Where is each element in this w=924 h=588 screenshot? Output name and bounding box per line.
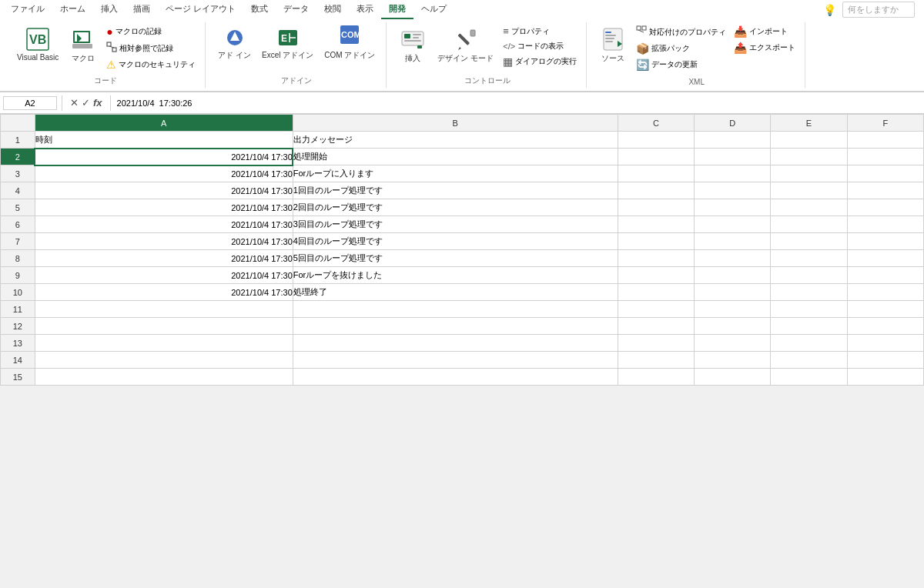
cell-e13[interactable] [771,335,847,352]
row-header-11[interactable]: 11 [1,301,35,318]
cell-reference-input[interactable] [3,96,57,110]
cell-a15[interactable] [35,369,293,386]
row-header-4[interactable]: 4 [1,182,35,199]
cell-d8[interactable] [695,250,771,267]
cell-e10[interactable] [771,284,847,301]
cell-c10[interactable] [618,284,694,301]
cell-d2[interactable] [695,149,771,165]
formula-input[interactable] [116,97,921,109]
row-header-13[interactable]: 13 [1,335,35,352]
tab-insert[interactable]: 挿入 [93,0,126,19]
cell-d15[interactable] [695,369,771,386]
cell-e9[interactable] [771,267,847,284]
addin-button[interactable]: アド イン [213,24,256,64]
cell-e3[interactable] [771,165,847,182]
tab-file[interactable]: ファイル [3,0,52,19]
cell-f4[interactable] [847,182,923,199]
tab-review[interactable]: 校閲 [316,0,349,19]
com-addin-button[interactable]: COM COM アドイン [320,24,380,64]
cell-f5[interactable] [847,199,923,216]
cancel-icon[interactable]: ✕ [70,97,79,109]
cell-a4[interactable]: 2021/10/4 17:30 [35,182,293,199]
col-header-c[interactable]: C [618,115,694,132]
cell-b2[interactable]: 処理開始 [293,149,618,165]
map-properties-button[interactable]: 対応付けのプロパティ [633,24,729,40]
cell-c1[interactable] [618,132,694,149]
record-macro-button[interactable]: ● マクロの記録 [103,24,199,39]
cell-a13[interactable] [35,335,293,352]
cell-e1[interactable] [771,132,847,149]
col-header-a[interactable]: A [35,115,293,132]
row-header-2[interactable]: 2 [1,149,35,165]
row-header-6[interactable]: 6 [1,216,35,233]
col-header-d[interactable]: D [695,115,771,132]
design-mode-button[interactable]: デザイン モード [433,24,498,67]
col-header-b[interactable]: B [293,115,618,132]
cell-c8[interactable] [618,250,694,267]
cell-d13[interactable] [695,335,771,352]
excel-addin-button[interactable]: E Excel アドイン [257,24,318,64]
cell-d5[interactable] [695,199,771,216]
cell-c5[interactable] [618,199,694,216]
row-header-3[interactable]: 3 [1,165,35,182]
cell-a9[interactable]: 2021/10/4 17:30 [35,267,293,284]
tab-data[interactable]: データ [276,0,316,19]
cell-b8[interactable]: 5回目のループ処理です [293,250,618,267]
macro-button[interactable]: マクロ [65,24,102,67]
cell-d14[interactable] [695,352,771,369]
relative-ref-button[interactable]: 相対参照で記録 [103,40,199,56]
cell-f12[interactable] [847,318,923,335]
cell-e8[interactable] [771,250,847,267]
tab-home[interactable]: ホーム [52,0,93,19]
cell-f10[interactable] [847,284,923,301]
cell-e11[interactable] [771,301,847,318]
cell-b12[interactable] [293,318,618,335]
properties-button[interactable]: ≡ プロパティ [500,24,580,38]
cell-f13[interactable] [847,335,923,352]
tab-draw[interactable]: 描画 [126,0,158,19]
cell-a3[interactable]: 2021/10/4 17:30 [35,165,293,182]
cell-c11[interactable] [618,301,694,318]
cell-a5[interactable]: 2021/10/4 17:30 [35,199,293,216]
col-header-e[interactable]: E [771,115,847,132]
row-header-8[interactable]: 8 [1,250,35,267]
row-header-1[interactable]: 1 [1,132,35,149]
cell-c9[interactable] [618,267,694,284]
cell-a1[interactable]: 時刻 [35,132,293,149]
cell-f8[interactable] [847,250,923,267]
cell-c15[interactable] [618,369,694,386]
cell-d1[interactable] [695,132,771,149]
cell-b4[interactable]: 1回目のループ処理です [293,182,618,199]
run-dialog-button[interactable]: ▦ ダイアログの実行 [500,54,580,69]
cell-d6[interactable] [695,216,771,233]
cell-d4[interactable] [695,182,771,199]
cell-b13[interactable] [293,335,618,352]
cell-c14[interactable] [618,352,694,369]
cell-d9[interactable] [695,267,771,284]
row-header-7[interactable]: 7 [1,233,35,250]
cell-b5[interactable]: 2回目のループ処理です [293,199,618,216]
macro-security-button[interactable]: ⚠ マクロのセキュリティ [103,57,199,72]
row-header-9[interactable]: 9 [1,267,35,284]
view-code-button[interactable]: </> コードの表示 [500,39,580,53]
cell-b7[interactable]: 4回目のループ処理です [293,233,618,250]
cell-f9[interactable] [847,267,923,284]
insert-control-button[interactable]: 挿入 [394,24,431,67]
cell-c6[interactable] [618,216,694,233]
cell-b15[interactable] [293,369,618,386]
cell-d10[interactable] [695,284,771,301]
cell-a10[interactable]: 2021/10/4 17:30 [35,284,293,301]
cell-e6[interactable] [771,216,847,233]
search-box[interactable]: 何をしますか [842,2,915,18]
cell-e5[interactable] [771,199,847,216]
cell-c3[interactable] [618,165,694,182]
confirm-icon[interactable]: ✓ [82,97,90,109]
cell-a6[interactable]: 2021/10/4 17:30 [35,216,293,233]
cell-b9[interactable]: Forループを抜けました [293,267,618,284]
cell-a2[interactable]: 2021/10/4 17:30 [35,149,293,165]
cell-a12[interactable] [35,318,293,335]
refresh-data-button[interactable]: 🔄 データの更新 [633,57,729,72]
row-header-12[interactable]: 12 [1,318,35,335]
col-header-f[interactable]: F [847,115,923,132]
cell-e4[interactable] [771,182,847,199]
